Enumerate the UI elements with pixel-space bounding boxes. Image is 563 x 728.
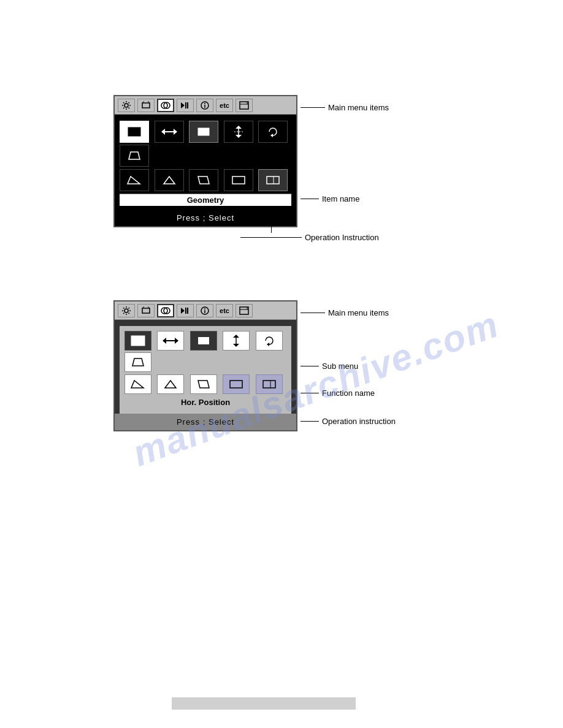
page: etc	[0, 0, 563, 728]
submenu-grid-row1	[124, 331, 286, 372]
window2-menu-icon[interactable]	[236, 304, 253, 317]
motion2-menu-icon[interactable]	[177, 304, 194, 317]
item-name: Geometry	[120, 194, 291, 206]
svg-marker-54	[181, 308, 185, 314]
rotate2-icon[interactable]	[256, 331, 283, 351]
rect-b1-icon[interactable]	[223, 374, 250, 394]
screen-content1: Geometry	[115, 115, 296, 210]
rotate-icon[interactable]	[258, 121, 288, 143]
color2-menu-icon[interactable]	[157, 304, 174, 317]
svg-marker-14	[181, 102, 185, 108]
icon-grid-row2	[120, 169, 291, 191]
svg-rect-37	[232, 176, 245, 184]
main-menu-label1: Main menu items	[328, 103, 389, 112]
ann-line-operation2	[301, 421, 319, 422]
ann-line-sub-menu	[301, 366, 319, 366]
svg-marker-66	[163, 338, 166, 344]
trapez2-icon[interactable]	[120, 169, 149, 191]
operation-instruction-label1: Operation Instruction	[305, 233, 379, 242]
screen-content2: Hor. Position	[115, 320, 296, 414]
svg-marker-33	[129, 152, 140, 159]
submenu-box: Hor. Position	[120, 326, 291, 414]
svg-rect-76	[230, 381, 242, 388]
svg-marker-32	[270, 134, 273, 137]
ann-vert-line1	[271, 222, 272, 233]
annotation-sub-menu: Sub menu	[301, 362, 358, 371]
annotation-main-menu-items1: Main menu items	[301, 103, 389, 112]
svg-marker-36	[198, 176, 209, 184]
parall-icon[interactable]	[190, 374, 217, 394]
svg-marker-34	[128, 176, 140, 184]
svg-point-40	[124, 309, 128, 313]
rect-out-icon[interactable]	[224, 169, 253, 191]
rect-b2-icon[interactable]	[256, 374, 283, 394]
rect-sel-icon[interactable]	[258, 169, 288, 191]
svg-rect-49	[142, 308, 150, 313]
color-menu-icon[interactable]	[157, 99, 174, 112]
svg-rect-23	[128, 127, 141, 137]
geometry-menu-icon[interactable]	[137, 99, 155, 112]
submenu-grid-row2	[124, 374, 286, 394]
svg-marker-75	[198, 381, 209, 388]
svg-line-45	[123, 308, 124, 309]
info-menu-icon[interactable]	[196, 99, 213, 112]
svg-line-47	[129, 308, 130, 309]
svg-point-58	[204, 308, 205, 309]
svg-line-7	[129, 102, 130, 104]
svg-rect-27	[198, 128, 209, 135]
svg-rect-67	[198, 337, 209, 344]
menubar2: etc	[115, 301, 296, 320]
trapezoid-icon[interactable]	[120, 145, 149, 167]
svg-marker-25	[174, 129, 177, 135]
info2-menu-icon[interactable]	[196, 304, 213, 317]
annotation-item-name: Item name	[301, 194, 359, 203]
brightness2-icon[interactable]	[118, 304, 135, 317]
trap4-icon[interactable]	[124, 352, 151, 372]
sub-menu-label: Sub menu	[322, 362, 358, 371]
window-menu-icon[interactable]	[236, 99, 253, 112]
screen2: etc	[113, 300, 297, 431]
trapz2-icon[interactable]	[157, 374, 184, 394]
ann-line-function-name	[301, 393, 319, 393]
svg-rect-9	[142, 103, 150, 108]
trapz1-icon[interactable]	[124, 374, 151, 394]
resize2-icon[interactable]	[223, 331, 250, 351]
resize-v-icon[interactable]	[224, 121, 253, 143]
etc2-button[interactable]: etc	[216, 304, 233, 317]
square-filled-icon[interactable]	[120, 121, 149, 143]
arrow-h-icon[interactable]	[155, 121, 184, 143]
operation-instruction-label2: Operation instruction	[322, 417, 396, 426]
menubar1: etc	[115, 96, 296, 115]
brightness-icon[interactable]	[118, 99, 135, 112]
rect-filled-icon[interactable]	[189, 121, 218, 143]
ann-line-main-menu	[301, 107, 325, 108]
rect-dark-icon2[interactable]	[190, 331, 217, 351]
ann-line-main-menu2	[301, 313, 325, 313]
screen1: etc	[113, 95, 297, 227]
svg-marker-65	[175, 338, 178, 344]
diagram1: etc	[113, 95, 297, 227]
svg-marker-29	[236, 126, 242, 129]
function-name-label: Function name	[322, 389, 375, 398]
svg-marker-71	[267, 343, 269, 346]
svg-marker-72	[132, 358, 144, 366]
svg-rect-77	[263, 381, 275, 388]
etc-button[interactable]: etc	[216, 99, 233, 112]
annotation-operation1: Operation Instruction	[240, 222, 379, 242]
parallelogram-icon[interactable]	[189, 169, 218, 191]
sq-filled-icon2[interactable]	[124, 331, 151, 351]
icon-grid-row1	[120, 121, 291, 167]
motion-menu-icon[interactable]	[177, 99, 194, 112]
svg-point-18	[204, 103, 205, 104]
geometry2-menu-icon[interactable]	[137, 304, 155, 317]
svg-marker-73	[131, 381, 144, 388]
ann-line-item-name	[301, 199, 319, 199]
arr-h-icon2[interactable]	[157, 331, 184, 351]
trapez3-icon[interactable]	[155, 169, 184, 191]
svg-rect-63	[131, 336, 145, 346]
svg-point-0	[124, 104, 128, 107]
main-menu-label2: Main menu items	[328, 308, 389, 317]
svg-marker-69	[233, 335, 239, 338]
svg-marker-30	[236, 135, 242, 138]
svg-marker-74	[165, 381, 176, 388]
